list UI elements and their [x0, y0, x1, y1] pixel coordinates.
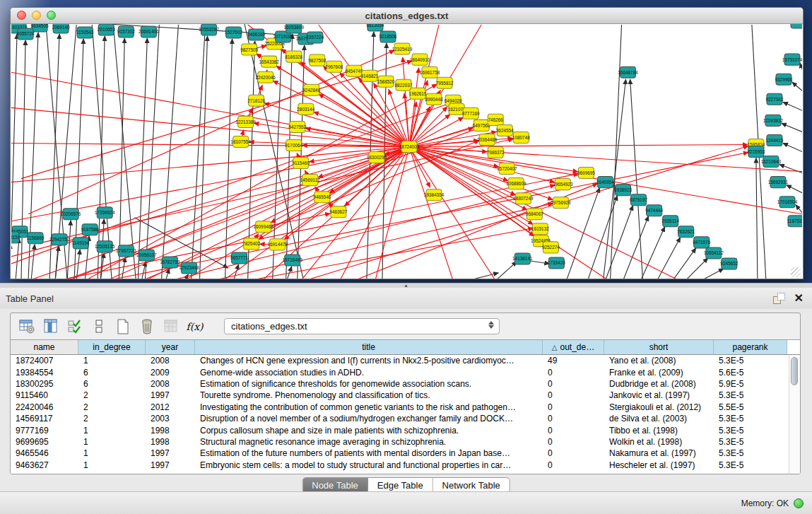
select-rows-icon[interactable] [66, 317, 83, 335]
column-header-title[interactable]: title [195, 340, 543, 354]
graph-node[interactable]: 2935114 [661, 216, 679, 227]
table-row[interactable]: 946554611997Estimation of the future num… [11, 448, 800, 459]
graph-node[interactable]: 12942757 [49, 234, 70, 245]
table-cell[interactable]: Corpus callosum shape and size in male p… [195, 426, 543, 436]
table-cell[interactable]: Estimation of the future numbers of pati… [195, 448, 543, 458]
graph-node[interactable]: 2010553 [98, 24, 115, 35]
table-cell[interactable]: 5.6E-5 [714, 368, 787, 378]
graph-node[interactable]: 15716485 [282, 255, 302, 266]
graph-node[interactable]: 9115460 [293, 158, 310, 169]
table-cell[interactable]: 18300295 [11, 379, 78, 389]
table-cell[interactable]: Estimation of significance thresholds fo… [195, 379, 543, 389]
graph-node[interactable]: 9699695 [577, 168, 595, 179]
graph-node[interactable]: 9657771 [230, 252, 248, 264]
table-cell[interactable]: 5.3E-5 [714, 414, 787, 424]
graph-node[interactable]: 9777169 [462, 107, 480, 119]
table-cell[interactable]: Disruption of a novel member of a sodium… [195, 414, 543, 424]
graph-node[interactable]: 1187533 [787, 216, 802, 227]
table-cell[interactable]: 1998 [146, 437, 195, 447]
table-cell[interactable]: 0 [543, 437, 604, 447]
table-cell[interactable]: 9465546 [11, 448, 78, 458]
graph-node[interactable]: 2718126 [247, 95, 265, 106]
table-row[interactable]: 911546021997Tourette syndrome. Phenomeno… [11, 390, 800, 401]
table-cell[interactable]: Jankovic et al. (1997) [604, 390, 714, 400]
table-cell[interactable]: 14569117 [11, 414, 78, 424]
graph-node[interactable]: 3624554 [496, 124, 514, 136]
graph-node[interactable]: 16914479 [267, 239, 288, 250]
row-height-icon[interactable] [90, 317, 107, 335]
table-cell[interactable]: 0 [543, 390, 604, 400]
graph-node[interactable]: 19654923 [553, 179, 573, 190]
graph-node[interactable]: 10654112 [704, 247, 724, 259]
graph-node[interactable]: 22420046 [255, 71, 276, 83]
table-cell[interactable]: 2 [78, 414, 146, 424]
graph-node[interactable]: 12093832 [763, 115, 784, 126]
network-window-titlebar[interactable]: citations_edges.txt [11, 8, 803, 24]
table-cell[interactable]: 1997 [146, 460, 195, 470]
table-mode-icon[interactable] [18, 317, 35, 335]
table-cell[interactable]: 1 [78, 448, 146, 458]
graph-node[interactable]: 8938923 [614, 185, 632, 196]
table-cell[interactable]: 9115460 [11, 390, 78, 400]
graph-node[interactable]: 9245652 [720, 258, 738, 269]
graph-node[interactable]: 8215953 [747, 146, 765, 157]
graph-node[interactable]: 18107554 [230, 136, 251, 147]
table-cell[interactable]: 2009 [146, 368, 195, 378]
graph-node[interactable]: 1527602 [225, 27, 242, 38]
graph-node[interactable]: 15720407 [497, 163, 517, 175]
table-cell[interactable]: 5.5E-5 [714, 402, 787, 412]
table-cell[interactable]: 5.3E-5 [714, 426, 787, 436]
graph-node[interactable]: 8990448 [425, 93, 443, 105]
table-cell[interactable]: 1 [78, 426, 146, 436]
graph-node[interactable]: 10553287 [199, 24, 219, 35]
graph-node[interactable]: 7825402 [242, 238, 260, 250]
table-cell[interactable]: 0 [543, 402, 604, 412]
graph-node[interactable]: 10958107 [136, 250, 157, 261]
graph-node[interactable]: 2967608 [325, 61, 343, 72]
graph-node[interactable]: 1640954 [596, 177, 614, 188]
graph-node[interactable]: 9474444 [645, 205, 663, 216]
graph-node[interactable]: 9242848 [302, 84, 320, 95]
delete-table-icon[interactable] [162, 317, 180, 335]
table-cell[interactable]: 5.3E-5 [714, 390, 787, 400]
graph-node[interactable]: 7986372 [487, 146, 505, 158]
graph-node[interactable]: 9252274 [542, 242, 560, 253]
table-selector-dropdown[interactable]: citations_edges.txt [224, 318, 500, 334]
graph-node[interactable]: 16648784 [618, 66, 638, 78]
graph-node[interactable]: 18640910 [410, 54, 430, 65]
window-close-button[interactable] [17, 11, 26, 20]
table-cell[interactable]: 5.3E-5 [714, 437, 787, 447]
table-cell[interactable]: 49 [543, 356, 604, 366]
window-zoom-button[interactable] [47, 11, 56, 20]
delete-icon[interactable] [138, 317, 155, 335]
table-cell[interactable]: 6 [78, 379, 146, 389]
window-resize-grip[interactable] [791, 267, 801, 277]
graph-node[interactable]: 17359924 [95, 207, 115, 218]
tab-edge-table[interactable]: Edge Table [368, 478, 433, 493]
table-cell[interactable]: Dudbridge et al. (2008) [604, 379, 714, 389]
graph-node[interactable]: 1145194 [72, 238, 90, 249]
graph-node[interactable]: 9684067 [526, 209, 543, 220]
graph-node[interactable]: 8427552 [288, 121, 306, 132]
graph-node[interactable]: 15751074 [782, 54, 802, 65]
table-cell[interactable]: 1 [78, 356, 146, 366]
graph-node[interactable]: 14569117 [300, 175, 320, 186]
table-cell[interactable]: Franke et al. (2009) [604, 368, 714, 378]
table-row[interactable]: 1456911722003Disruption of a novel membe… [11, 413, 800, 424]
graph-node[interactable]: 18807249 [513, 193, 534, 204]
window-minimize-button[interactable] [32, 11, 41, 20]
table-cell[interactable]: 9463627 [11, 460, 78, 470]
graph-node[interactable]: 15692931 [768, 177, 789, 188]
graph-node[interactable]: 16053809 [283, 24, 304, 33]
graph-node[interactable]: 8813054 [366, 24, 384, 31]
graph-node[interactable]: 10688609 [506, 178, 526, 189]
table-cell[interactable]: 18724007 [11, 356, 78, 366]
column-header-short[interactable]: short [604, 340, 714, 354]
graph-node[interactable]: 19384554 [424, 189, 445, 201]
graph-node[interactable]: 2069140 [52, 24, 70, 33]
show-column-icon[interactable] [42, 317, 59, 335]
graph-node[interactable]: 16961758 [420, 66, 440, 78]
float-panel-icon[interactable] [773, 293, 784, 304]
graph-node[interactable]: 1733426 [548, 257, 565, 269]
table-cell[interactable]: 9777169 [11, 426, 78, 436]
